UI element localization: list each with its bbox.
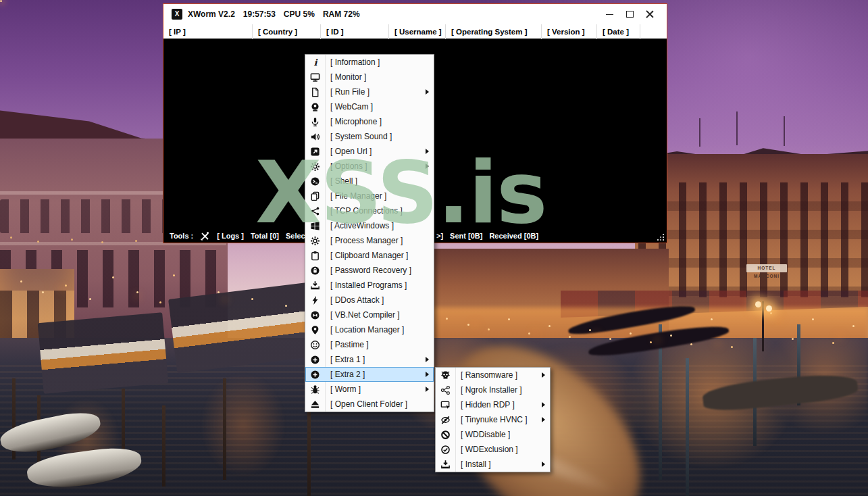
microphone-icon	[305, 114, 326, 129]
wddisable-block-icon	[436, 427, 456, 442]
menu-item-label: [ Ransomware ]	[456, 370, 517, 380]
close-icon	[646, 10, 654, 18]
resize-grip[interactable]	[663, 239, 664, 241]
information-icon	[305, 55, 326, 70]
open-folder-eject-icon	[305, 397, 326, 412]
worm-bug-icon	[305, 382, 326, 397]
menu-item-wdexclusion[interactable]: [ WDExclusion ]	[436, 442, 550, 457]
streetlamp	[762, 301, 764, 351]
menu-item-label: [ WebCam ]	[326, 102, 373, 111]
menu-item-label: [ DDos Attack ]	[326, 295, 384, 305]
app-logo-icon: X	[172, 9, 182, 20]
menu-item-label: [ System Sound ]	[326, 132, 392, 141]
column-header-country[interactable]: [ Country ]	[252, 24, 320, 39]
wdexclusion-check-icon	[436, 442, 456, 457]
mooring-post	[12, 378, 16, 460]
menu-item-label: [ Monitor ]	[326, 72, 366, 82]
menu-item-open-client-folder[interactable]: [ Open Client Folder ]	[305, 397, 434, 412]
submenu-arrow-icon	[542, 402, 545, 407]
plus-circle-icon	[305, 367, 326, 382]
menu-item-label: [ Information ]	[326, 57, 380, 67]
menu-item-hidden-rdp[interactable]: [ Hidden RDP ]	[436, 397, 550, 412]
menu-item-label: [ VB.Net Compiler ]	[326, 310, 400, 320]
submenu-arrow-icon	[542, 372, 545, 378]
installed-programs-icon	[305, 278, 326, 293]
window-title: XWorm V2.2	[188, 9, 235, 19]
menu-item-webcam[interactable]: [ WebCam ]	[305, 99, 434, 114]
tools-wrench-icon[interactable]	[200, 231, 210, 241]
smiley-icon	[305, 337, 326, 352]
menu-item-information[interactable]: [ Information ]	[305, 55, 434, 70]
lit-arcade	[0, 269, 74, 380]
extra2-submenu: [ Ransomware ][ Ngrok Installer ][ Hidde…	[435, 367, 551, 472]
desktop: HOTEL MARCONI X XWorm V2.2	[0, 0, 868, 496]
menu-item-label: [ Worm ]	[326, 385, 361, 394]
ddos-lightning-icon	[305, 293, 326, 307]
menu-item-location-manager[interactable]: [ Location Manager ]	[305, 322, 434, 337]
logs-label[interactable]: [ Logs ]	[217, 232, 244, 240]
maximize-icon	[626, 11, 634, 18]
column-header-operatingsystem[interactable]: [ Operating System ]	[445, 24, 541, 39]
menu-item-install[interactable]: [ Install ]	[436, 457, 550, 472]
menu-item-clipboard-manager[interactable]: [ Clipboard Manager ]	[305, 248, 434, 263]
titlebar[interactable]: X XWorm V2.2 19:57:53 CPU 5% RAM 72%	[163, 4, 667, 24]
menu-item-installed-programs[interactable]: [ Installed Programs ]	[305, 278, 434, 293]
minimize-button[interactable]	[599, 7, 619, 22]
title-text: XWorm V2.2 19:57:53 CPU 5% RAM 72%	[188, 4, 368, 24]
right-buildings	[635, 154, 868, 357]
column-header-date[interactable]: [ Date ]	[596, 24, 640, 39]
menu-item-label: [ Hidden RDP ]	[456, 400, 515, 410]
submenu-arrow-icon	[426, 387, 429, 392]
close-button[interactable]	[640, 7, 660, 22]
clock-value: 19:57:53	[243, 9, 276, 19]
vbnet-icon	[305, 307, 326, 322]
hidden-rdp-icon	[436, 397, 456, 412]
promenade-glow	[419, 307, 868, 362]
menu-item-label: [ WDExclusion ]	[456, 445, 518, 454]
menu-item-system-sound[interactable]: [ System Sound ]	[305, 129, 434, 144]
gondola	[567, 301, 696, 339]
column-header-ip[interactable]: [ IP ]	[163, 24, 252, 39]
menu-item-label: [ Location Manager ]	[326, 325, 404, 334]
system-sound-icon	[305, 129, 326, 144]
ngrok-share-icon	[436, 382, 456, 397]
column-header-id[interactable]: [ ID ]	[320, 24, 388, 39]
menu-item-ngrok-installer[interactable]: [ Ngrok Installer ]	[436, 382, 550, 397]
menu-item-run-file[interactable]: [ Run File ]	[305, 84, 434, 99]
maximize-button[interactable]	[619, 7, 640, 22]
client-list-header: [ IP ][ Country ][ ID ][ Username ][ Ope…	[163, 24, 667, 39]
column-header-username[interactable]: [ Username ]	[388, 24, 445, 39]
menu-item-wddisable[interactable]: [ WDDisable ]	[436, 427, 550, 442]
password-lock-icon	[305, 263, 326, 278]
column-header-version[interactable]: [ Version ]	[541, 24, 596, 39]
window-controls	[599, 4, 660, 24]
menu-item-microphone[interactable]: [ Microphone ]	[305, 114, 434, 129]
vaporetto-shelter	[168, 282, 318, 374]
menu-item-label: [ Password Recovery ]	[326, 266, 411, 275]
menu-item-tinynuke-hvnc[interactable]: [ Tinynuke HVNC ]	[436, 412, 550, 427]
menu-item-label: [ Pastime ]	[326, 340, 369, 349]
menu-item-vb-net-compiler[interactable]: [ VB.Net Compiler ]	[305, 307, 434, 322]
palazzo-lower-arches	[0, 250, 223, 307]
clipboard-icon	[305, 248, 326, 263]
hotel-sign: HOTEL MARCONI	[746, 264, 787, 272]
menu-item-pastime[interactable]: [ Pastime ]	[305, 337, 434, 352]
minimize-icon	[606, 14, 613, 15]
menu-item-label: [ WDDisable ]	[456, 430, 510, 439]
menu-item-ransomware[interactable]: [ Ransomware ]	[436, 368, 550, 382]
menu-item-password-recovery[interactable]: [ Password Recovery ]	[305, 263, 434, 278]
menu-item-extra-2[interactable]: [ Extra 2 ]	[305, 367, 434, 382]
ransomware-skull-icon	[436, 368, 456, 382]
menu-item-extra-1[interactable]: [ Extra 1 ]	[305, 352, 434, 367]
menu-item-label: [ Clipboard Manager ]	[326, 251, 408, 260]
tools-label: Tools :	[170, 232, 193, 240]
menu-item-label: [ Extra 2 ]	[326, 370, 365, 379]
menu-item-label: [ Extra 1 ]	[326, 355, 365, 364]
menu-item-label: [ Tinynuke HVNC ]	[456, 415, 528, 424]
menu-item-worm[interactable]: [ Worm ]	[305, 382, 434, 397]
menu-item-monitor[interactable]: [ Monitor ]	[305, 70, 434, 84]
menu-item-ddos-attack[interactable]: [ DDos Attack ]	[305, 293, 434, 307]
submenu-arrow-icon	[542, 462, 545, 467]
submenu-arrow-icon	[426, 89, 429, 95]
menu-item-label: [ Open Client Folder ]	[326, 399, 407, 409]
